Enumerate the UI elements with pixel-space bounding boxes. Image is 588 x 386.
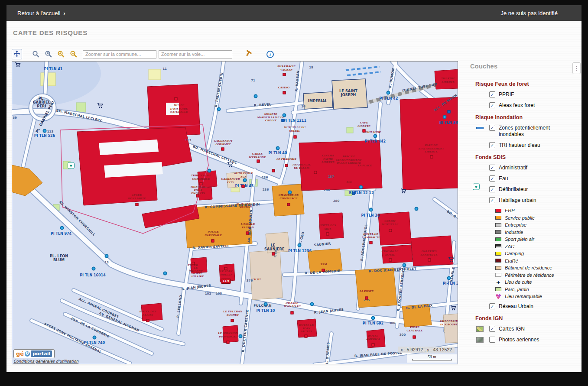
legend-swatch-flower bbox=[495, 294, 501, 299]
legend-swatch-stripes bbox=[495, 244, 501, 248]
measure-icon bbox=[244, 52, 253, 59]
geoportail-logo-text: gé bbox=[16, 350, 24, 357]
map-base-layer bbox=[12, 62, 458, 364]
defib-heart-icon: ♥ bbox=[473, 184, 480, 190]
layer-item[interactable]: ✓Réseau Urbain bbox=[470, 303, 582, 310]
layers-panel-title: Couches bbox=[470, 63, 497, 70]
layer-item[interactable]: ✓Zones potentiellement inondables bbox=[470, 125, 582, 138]
map-canvas[interactable]: BD. MARECHAL LECLERCBD. MARECHAL LECLERC… bbox=[12, 61, 458, 364]
layer-label: Habillage urbain bbox=[499, 197, 536, 204]
layer-checkbox[interactable]: ✓ bbox=[489, 142, 495, 148]
layer-item[interactable]: ♥✓Défibrillateur bbox=[470, 186, 582, 193]
layers-panel-header: Couches ⋮ bbox=[470, 62, 582, 75]
globe-icon: O bbox=[25, 351, 30, 357]
legend-swatch-fill bbox=[495, 237, 501, 241]
legend-item: Parc, jardin bbox=[470, 287, 582, 292]
layer-checkbox[interactable]: ✓ bbox=[489, 175, 495, 182]
layer-checkbox[interactable]: ✓ bbox=[489, 102, 495, 108]
legend-swatch-fill bbox=[495, 209, 501, 213]
legend-item: ERP bbox=[470, 208, 582, 213]
legend-item: Sport plein air bbox=[470, 237, 582, 242]
legend-swatch-outline bbox=[495, 273, 501, 277]
legend-label: Parc, jardin bbox=[505, 287, 529, 292]
layer-checkbox[interactable]: ✓ bbox=[489, 165, 495, 171]
chevron-right-icon: › bbox=[63, 10, 65, 16]
legend-label: Entreprise bbox=[505, 222, 526, 227]
zoom-extent-button[interactable] bbox=[44, 50, 52, 58]
layers-list: Risque Feux de foret✓PPRIF✓Aleas feux fo… bbox=[470, 81, 582, 343]
legend-swatch-fill bbox=[495, 287, 501, 291]
legend-swatch-fill bbox=[495, 216, 501, 220]
layer-checkbox[interactable]: ✓ bbox=[489, 197, 495, 203]
magnifier-plus-icon bbox=[57, 52, 65, 59]
layer-checkbox[interactable]: ✓ bbox=[489, 186, 495, 192]
geoportail-logo-portail: portail bbox=[31, 350, 52, 357]
magnifier-minus-icon bbox=[70, 52, 77, 59]
map-thumb-icon bbox=[476, 326, 484, 332]
legend-label: ZAC bbox=[505, 244, 514, 249]
zoom-out-button[interactable] bbox=[69, 50, 77, 58]
app-window: Retour à l'accueil › Je ne suis pas iden… bbox=[6, 5, 582, 372]
top-navigation-bar: Retour à l'accueil › Je ne suis pas iden… bbox=[6, 5, 582, 21]
back-to-home-link[interactable]: Retour à l'accueil › bbox=[17, 10, 65, 16]
coordinates-readout: x : 5.92912 , y : 43.12522 bbox=[398, 347, 455, 353]
map-scale-bar: 50 m bbox=[407, 354, 457, 363]
legend-item: Entreprise bbox=[470, 222, 582, 227]
legend-swatch-fill bbox=[495, 230, 501, 234]
legend-swatch-fill bbox=[495, 266, 501, 270]
map-toolbar: i bbox=[12, 49, 274, 60]
legend-item: Périmètre de résidence bbox=[470, 272, 582, 278]
layer-checkbox[interactable]: ✓ bbox=[489, 303, 495, 309]
magnifier-icon bbox=[45, 52, 52, 59]
layer-label: Eau bbox=[499, 175, 508, 182]
layer-item[interactable]: ✓Administratif bbox=[470, 165, 582, 171]
page-title: CARTE DES RISQUES bbox=[13, 29, 88, 36]
legend-item: Industrie bbox=[470, 230, 582, 235]
legend-label: Sport plein air bbox=[505, 237, 534, 242]
zoom-select-button[interactable] bbox=[32, 50, 39, 58]
layer-label: Aleas feux foret bbox=[499, 102, 535, 109]
layer-group-header: Fonds IGN bbox=[475, 315, 582, 321]
panel-menu-button[interactable]: ⋮ bbox=[572, 62, 581, 74]
layer-item[interactable]: Photos aeriennes bbox=[470, 337, 582, 343]
legend-item: Lieu remarquable bbox=[470, 294, 582, 299]
layer-label: TRI hauteur d'eau bbox=[499, 142, 540, 149]
legend-label: Lieu remarquable bbox=[505, 294, 542, 299]
legend-label: Bâtiment de résidence bbox=[505, 265, 552, 270]
layer-group-header: Risque Inondation bbox=[475, 114, 582, 120]
user-status-text: Je ne suis pas identifié bbox=[500, 10, 558, 16]
legend-label: Industrie bbox=[505, 230, 523, 235]
layer-checkbox[interactable]: ✓ bbox=[489, 91, 495, 97]
pan-tool-button[interactable] bbox=[12, 49, 22, 59]
zoom-in-button[interactable] bbox=[57, 50, 65, 58]
legend-item: ZAC bbox=[470, 244, 582, 249]
terms-of-use-link[interactable]: Conditions générales d'utilisation bbox=[13, 359, 78, 363]
layer-item[interactable]: ✓Eau bbox=[470, 175, 582, 182]
layer-item[interactable]: ✓TRI hauteur d'eau bbox=[470, 142, 582, 149]
layer-item[interactable]: ✓PPRIF bbox=[470, 91, 582, 98]
legend-label: Service public bbox=[505, 215, 534, 221]
layer-checkbox[interactable]: ✓ bbox=[489, 326, 495, 332]
layer-item[interactable]: ✓Habillage urbain bbox=[470, 197, 582, 204]
move-arrows-icon bbox=[13, 50, 20, 58]
layer-checkbox[interactable] bbox=[489, 337, 495, 343]
info-button[interactable]: i bbox=[266, 51, 274, 58]
layer-item[interactable]: ✓Aleas feux foret bbox=[470, 102, 582, 109]
layer-item[interactable]: ✓Cartes IGN bbox=[470, 326, 582, 332]
geoportail-logo[interactable]: gé O portail bbox=[13, 349, 55, 358]
layers-panel: Couches ⋮ Risque Feux de foret✓PPRIF✓Ale… bbox=[470, 62, 582, 347]
legend-label: EtaRé bbox=[505, 258, 518, 263]
legend-swatch-fill bbox=[495, 252, 501, 256]
layer-label: Administratif bbox=[499, 165, 527, 171]
legend-swatch-fill bbox=[495, 223, 501, 227]
legend-label: Camping bbox=[505, 251, 524, 256]
legend-swatch-fill bbox=[495, 259, 501, 263]
street-search-input[interactable] bbox=[159, 50, 232, 58]
layer-label: Cartes IGN bbox=[499, 326, 525, 332]
layer-checkbox[interactable]: ✓ bbox=[489, 125, 495, 131]
measure-tool-button[interactable] bbox=[244, 50, 253, 59]
photo-thumb-icon bbox=[476, 337, 484, 343]
commune-search-input[interactable] bbox=[83, 50, 156, 58]
flood-bar-icon bbox=[476, 127, 484, 129]
magnifier-icon bbox=[32, 52, 39, 59]
